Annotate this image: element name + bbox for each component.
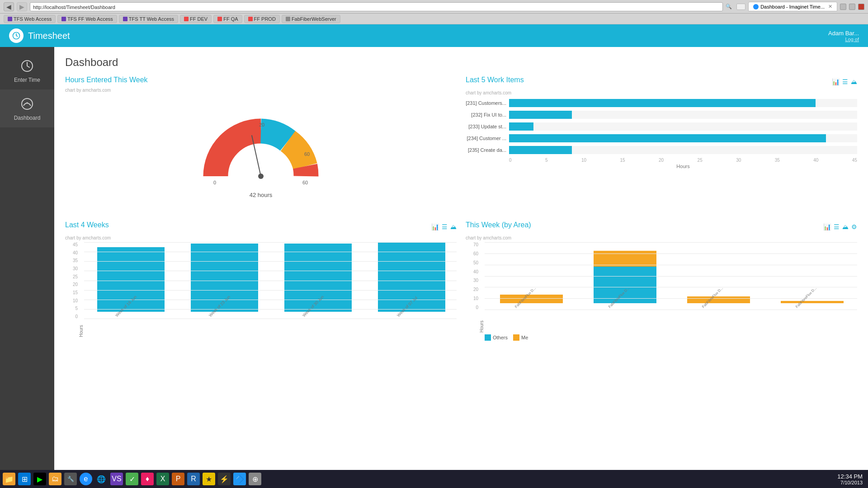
hbar-fill-234 [509,134,826,142]
tab-title: Dashboard - Imaginet Time... [760,4,825,9]
chrome-icon: 🌐 [95,473,108,485]
tab-close-button[interactable]: ✕ [828,4,832,9]
proj-icon: P [172,473,184,485]
vbar-col-1: Week of 16 Jun [86,242,176,319]
sbar-me-4 [781,301,844,303]
bookmark-ff-prod[interactable]: FF PROD [244,15,280,23]
app-logo: Timesheet [9,28,70,43]
bookmark-tfs-ff[interactable]: TFS FF Web Access [57,15,117,23]
taskbar-green[interactable]: ✓ [125,472,139,486]
svg-text:60: 60 [304,151,310,157]
bookmark-ff-qa[interactable]: FF QA [213,15,242,23]
taskbar-vs[interactable]: VS [109,472,124,486]
bookmarks-bar: TFS Web Access TFS FF Web Access TFS TT … [0,14,868,24]
widget-header-last5: Last 5 Work Items 📊 ☰ ⛰ [466,76,857,88]
logout-link[interactable]: Log of [845,37,859,42]
bar-chart-icon[interactable]: 📊 [832,78,840,85]
widget-this-week-area: This Week (by Area) 📊 ☰ ⛰ ⚙ chart by amc… [466,221,857,341]
svg-point-6 [258,174,264,179]
close-button[interactable] [858,4,864,10]
list-icon[interactable]: ☰ [842,78,848,85]
vbar-area: 051015202530354045 Hours [65,242,457,337]
maximize-button[interactable] [849,4,855,10]
user-name: Adam Bar... [828,30,859,37]
excel-icon: X [156,473,169,485]
widget-hours-this-week: Hours Entered This Week chart by amchart… [65,76,457,212]
taskbar-excel[interactable]: X [156,472,170,486]
hbar-fill-232 [509,111,572,119]
bookmark-icon [184,17,189,21]
settings-icon-area[interactable]: ⚙ [851,223,857,230]
hbar-track-233 [509,122,857,131]
sbar-col-2: FabFibreFlux D... [580,242,670,310]
sidebar-item-enter-time[interactable]: Enter Time [0,52,54,89]
hbar-label-234: [234] Customer ... [466,136,506,141]
clock-date: 7/10/2013 [837,480,863,485]
list-icon-area[interactable]: ☰ [834,223,840,230]
taskbar-win[interactable]: ⊞ [17,472,32,486]
vbar-col-3: Week of 30 Jun [273,242,363,319]
hbar-track-235 [509,146,857,154]
bookmark-tfs-tt[interactable]: TFS TT Web Access [119,15,178,23]
taskbar-folder[interactable]: 📁 [2,472,16,486]
taskbar-cmd[interactable]: ▶ [33,472,47,486]
chart-credit-last5: chart by amcharts.com [466,90,857,95]
header-user: Adam Bar... Log of [828,30,859,42]
taskbar-ie[interactable]: e [79,472,93,486]
vbar-y-axis: 051015202530354045 [65,242,78,337]
vbar-bars: Week of 16 Jun Week of 23 Jun Week of 30… [84,242,457,337]
folder-icon: 📁 [3,473,15,485]
url-bar[interactable]: http://localhost/Timesheet/Dashboard [30,2,723,11]
widget-header-area: This Week (by Area) 📊 ☰ ⛰ ⚙ [466,221,857,233]
taskbar-yellow[interactable]: ★ [202,472,216,486]
bookmark-ff-dev[interactable]: FF DEV [180,15,212,23]
refresh-button[interactable] [736,4,745,10]
widget-title-area: This Week (by Area) [466,221,531,229]
search-button[interactable]: 🔍 [726,4,732,9]
enter-time-label: Enter Time [14,77,40,83]
taskbar-icon15[interactable]: ⚡ [217,472,231,486]
mountain-icon[interactable]: ⛰ [851,78,857,85]
vbar-y-title: Hours [78,242,84,337]
app-title: Timesheet [28,31,70,41]
widget-last5-work-items: Last 5 Work Items 📊 ☰ ⛰ chart by amchart… [466,76,857,212]
taskbar-proj[interactable]: P [171,472,185,486]
taskbar-icon17[interactable]: ⊕ [248,472,262,486]
bookmark-icon [217,17,222,21]
bookmark-icon [61,17,66,21]
bookmark-tfs-web[interactable]: TFS Web Access [4,15,56,23]
hbar-label-233: [233] Update st... [466,124,506,129]
taskbar-icon10[interactable]: ♦ [140,472,155,486]
taskbar-r[interactable]: R [186,472,201,486]
minimize-button[interactable] [840,4,846,10]
bar-chart-icon-last4[interactable]: 📊 [431,223,439,230]
sbar-col-1: FabFibreFlux D... [486,242,576,310]
forward-button[interactable]: ▶ [17,2,27,11]
icon16: 🔷 [233,473,246,485]
hbar-label-235: [235] Create da... [466,147,506,153]
bar-chart-icon-area[interactable]: 📊 [823,223,831,230]
app-header: Timesheet Adam Bar... Log of [0,24,868,47]
dashboard-icon [19,96,35,112]
taskbar-clock: 12:34 PM 7/10/2013 [837,473,866,485]
back-button[interactable]: ◀ [4,2,14,11]
sidebar-item-dashboard[interactable]: Dashboard [0,89,54,127]
widget-header-last4: Last 4 Weeks 📊 ☰ ⛰ [65,221,457,233]
taskbar-icon16[interactable]: 🔷 [232,472,247,486]
browser-chrome: ◀ ▶ http://localhost/Timesheet/Dashboard… [0,0,868,14]
widget-title-last4: Last 4 Weeks [65,221,109,229]
mountain-icon-area[interactable]: ⛰ [842,223,849,230]
tool-icon-5: 🔧 [64,473,77,485]
logo-icon [9,28,24,43]
taskbar-explorer[interactable]: 🗂 [48,472,62,486]
taskbar-icon5[interactable]: 🔧 [63,472,78,486]
sbar-col-4: FabFibreFlux D... [767,242,857,310]
list-icon-last4[interactable]: ☰ [442,223,448,230]
sbar-me-1 [500,295,563,303]
tab-favicon [753,4,759,9]
browser-tab[interactable]: Dashboard - Imaginet Time... ✕ [748,2,837,11]
bookmark-fabfiber[interactable]: FabFiberWebServer [282,15,340,23]
taskbar-chrome[interactable]: 🌐 [94,472,108,486]
mountain-icon-last4[interactable]: ⛰ [450,223,457,230]
sbar-col-3: FabFibreFlux D... [674,242,764,310]
